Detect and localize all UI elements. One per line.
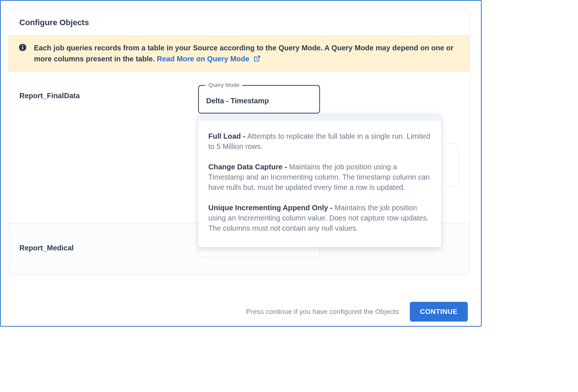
option-title: Full Load [208, 132, 241, 140]
svg-rect-1 [22, 47, 23, 49]
object-name-label: Report_FinalData [19, 85, 198, 100]
option-title: Change Data Capture [208, 163, 282, 171]
info-banner: Each job queries records from a table in… [8, 36, 470, 72]
app-frame: Configure Objects Each job queries recor… [0, 0, 482, 327]
query-mode-select[interactable]: Query Mode Delta - Timestamp [198, 85, 320, 114]
option-change-data-capture[interactable]: Change Data Capture - Maintains the job … [208, 157, 431, 197]
query-mode-dropdown: Full Load - Attempts to replicate the fu… [198, 114, 441, 247]
svg-line-3 [257, 56, 260, 59]
query-mode-legend: Query Mode [205, 82, 242, 88]
footer-bar: Press continue if you have configured th… [8, 297, 470, 326]
svg-point-2 [22, 45, 23, 46]
query-mode-field-wrap: Query Mode Delta - Timestamp Full Load -… [198, 85, 320, 114]
footer-hint: Press continue if you have configured th… [246, 308, 399, 316]
object-name-label: Report_Medical [19, 242, 198, 252]
configure-objects-card: Configure Objects Each job queries recor… [8, 9, 470, 276]
object-row-report-finaldata: Report_FinalData Query Mode Delta - Time… [8, 72, 470, 223]
info-banner-text: Each job queries records from a table in… [34, 42, 459, 65]
read-more-link-text: Read More on Query Mode [157, 55, 249, 63]
card-title: Configure Objects [8, 9, 470, 36]
query-mode-value: Delta - Timestamp [206, 97, 269, 105]
continue-button[interactable]: CONTINUE [410, 302, 468, 322]
option-title: Unique Incrementing Append Only [208, 204, 328, 212]
option-full-load[interactable]: Full Load - Attempts to replicate the fu… [208, 126, 431, 157]
dropdown-headband [198, 114, 441, 121]
info-icon [19, 43, 27, 51]
partial-field-edge [446, 143, 459, 187]
option-unique-incrementing[interactable]: Unique Incrementing Append Only - Mainta… [208, 197, 431, 238]
read-more-link[interactable]: Read More on Query Mode [157, 55, 261, 63]
external-link-icon [254, 54, 261, 65]
dropdown-options: Full Load - Attempts to replicate the fu… [198, 121, 441, 247]
